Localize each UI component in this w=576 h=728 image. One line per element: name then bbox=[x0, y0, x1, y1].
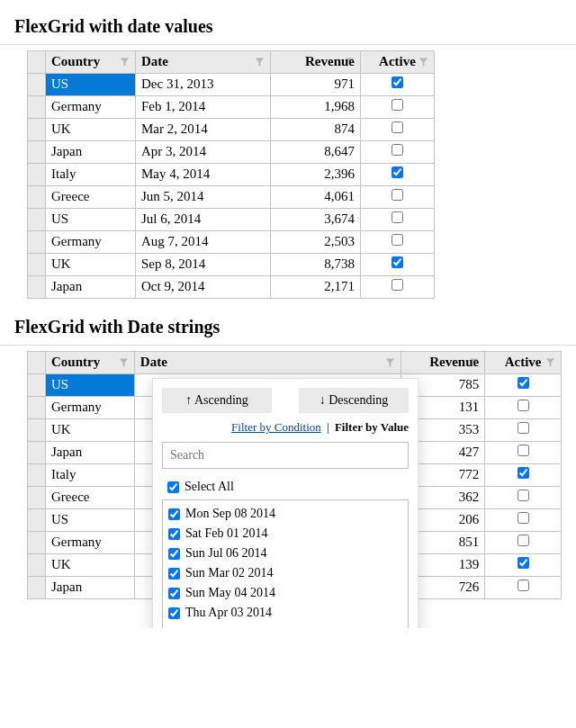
table-row[interactable]: ItalyMay 4, 20142,396 bbox=[28, 164, 435, 186]
cell-country[interactable]: Japan bbox=[46, 276, 136, 299]
active-checkbox[interactable] bbox=[392, 144, 403, 156]
cell-active[interactable] bbox=[485, 464, 562, 487]
cell-active[interactable] bbox=[485, 532, 562, 554]
filter-value-checkbox[interactable] bbox=[168, 528, 180, 540]
cell-country[interactable]: Japan bbox=[46, 141, 136, 164]
cell-country[interactable]: Greece bbox=[46, 186, 136, 209]
active-checkbox[interactable] bbox=[392, 76, 403, 88]
active-checkbox[interactable] bbox=[518, 535, 529, 546]
cell-date[interactable]: Apr 3, 2014 bbox=[136, 141, 271, 164]
active-checkbox[interactable] bbox=[518, 580, 529, 591]
sort-desc-button[interactable]: ↓ Descending bbox=[299, 388, 409, 413]
active-checkbox[interactable] bbox=[392, 99, 403, 111]
row-header[interactable] bbox=[28, 532, 46, 554]
active-checkbox[interactable] bbox=[518, 400, 529, 411]
select-all-label[interactable]: Select All bbox=[167, 480, 403, 494]
filter-by-condition-link[interactable]: Filter by Condition bbox=[231, 420, 321, 434]
cell-date[interactable]: Aug 7, 2014 bbox=[136, 231, 271, 254]
active-checkbox[interactable] bbox=[518, 377, 529, 389]
cell-active[interactable] bbox=[361, 164, 435, 186]
cell-active[interactable] bbox=[485, 442, 562, 464]
cell-revenue[interactable]: 3,674 bbox=[271, 209, 361, 231]
filter-icon[interactable] bbox=[120, 58, 130, 67]
filter-icon[interactable] bbox=[345, 58, 355, 67]
filter-icon[interactable] bbox=[119, 358, 129, 368]
row-header[interactable] bbox=[28, 487, 46, 509]
filter-value-checkbox[interactable] bbox=[168, 508, 180, 520]
cell-revenue[interactable]: 874 bbox=[271, 119, 361, 141]
active-checkbox[interactable] bbox=[518, 445, 529, 456]
row-header[interactable] bbox=[28, 96, 46, 119]
filter-icon[interactable] bbox=[385, 358, 395, 368]
cell-country[interactable]: Japan bbox=[46, 442, 135, 464]
cell-country[interactable]: Italy bbox=[46, 464, 135, 487]
cell-country[interactable]: Germany bbox=[46, 96, 136, 119]
row-header[interactable] bbox=[28, 397, 46, 419]
filter-value-item[interactable]: Sun May 04 2014 bbox=[168, 583, 402, 603]
active-checkbox[interactable] bbox=[392, 121, 403, 133]
filter-icon[interactable] bbox=[255, 58, 265, 67]
cell-country[interactable]: Japan bbox=[46, 577, 135, 599]
cell-country[interactable]: Germany bbox=[46, 532, 135, 554]
cell-active[interactable] bbox=[485, 487, 562, 509]
cell-active[interactable] bbox=[361, 276, 435, 299]
row-header[interactable] bbox=[28, 374, 46, 397]
cell-country[interactable]: US bbox=[46, 74, 136, 96]
cell-date[interactable]: Dec 31, 2013 bbox=[136, 74, 271, 96]
row-header[interactable] bbox=[28, 509, 46, 532]
active-checkbox[interactable] bbox=[518, 422, 529, 434]
cell-country[interactable]: UK bbox=[46, 254, 136, 276]
active-checkbox[interactable] bbox=[518, 467, 529, 479]
cell-active[interactable] bbox=[361, 186, 435, 209]
sort-asc-button[interactable]: ↑ Ascending bbox=[162, 388, 272, 413]
table-row[interactable]: USDec 31, 2013971 bbox=[28, 74, 435, 96]
cell-active[interactable] bbox=[361, 96, 435, 119]
filter-values-list[interactable]: Mon Sep 08 2014Sat Feb 01 2014Sun Jul 06… bbox=[162, 499, 409, 628]
filter-value-item[interactable]: Sun Jul 06 2014 bbox=[168, 544, 402, 563]
table-row[interactable]: GermanyAug 7, 20142,503 bbox=[28, 231, 435, 254]
active-checkbox[interactable] bbox=[392, 189, 403, 201]
filter-value-label[interactable]: Sun May 04 2014 bbox=[168, 586, 402, 600]
filter-value-item[interactable]: Sat Feb 01 2014 bbox=[168, 524, 402, 544]
cell-active[interactable] bbox=[485, 397, 562, 419]
active-checkbox[interactable] bbox=[518, 490, 529, 501]
cell-country[interactable]: Germany bbox=[46, 397, 135, 419]
cell-date[interactable]: May 4, 2014 bbox=[136, 164, 271, 186]
cell-date[interactable]: Mar 2, 2014 bbox=[136, 119, 271, 141]
filter-value-checkbox[interactable] bbox=[168, 607, 180, 619]
grid1-col-active[interactable]: Active bbox=[361, 51, 435, 74]
row-header[interactable] bbox=[28, 119, 46, 141]
filter-icon[interactable] bbox=[469, 358, 479, 368]
row-header[interactable] bbox=[28, 554, 46, 577]
cell-country[interactable]: Greece bbox=[46, 487, 135, 509]
select-all-checkbox[interactable] bbox=[167, 481, 179, 493]
row-header[interactable] bbox=[28, 186, 46, 209]
cell-revenue[interactable]: 2,171 bbox=[271, 276, 361, 299]
grid1-col-date[interactable]: Date bbox=[136, 51, 271, 74]
row-header[interactable] bbox=[28, 464, 46, 487]
cell-country[interactable]: UK bbox=[46, 119, 136, 141]
cell-date[interactable]: Jul 6, 2014 bbox=[136, 209, 271, 231]
active-checkbox[interactable] bbox=[392, 166, 403, 178]
filter-value-label[interactable]: Sun Mar 02 2014 bbox=[168, 566, 402, 580]
cell-active[interactable] bbox=[361, 209, 435, 231]
table-row[interactable]: JapanOct 9, 20142,171 bbox=[28, 276, 435, 299]
grid2-col-date[interactable]: Date bbox=[134, 352, 400, 374]
cell-country[interactable]: UK bbox=[46, 419, 135, 442]
cell-country[interactable]: US bbox=[46, 374, 135, 397]
cell-active[interactable] bbox=[361, 254, 435, 276]
filter-value-label[interactable]: Sun Jul 06 2014 bbox=[168, 546, 402, 561]
cell-active[interactable] bbox=[485, 554, 562, 577]
active-checkbox[interactable] bbox=[392, 211, 403, 223]
grid2-col-active[interactable]: Active bbox=[485, 352, 562, 374]
cell-revenue[interactable]: 2,396 bbox=[271, 164, 361, 186]
row-header[interactable] bbox=[28, 209, 46, 231]
row-header[interactable] bbox=[28, 419, 46, 442]
table-row[interactable]: JapanApr 3, 20148,647 bbox=[28, 141, 435, 164]
cell-active[interactable] bbox=[485, 577, 562, 599]
cell-active[interactable] bbox=[485, 374, 562, 397]
row-header[interactable] bbox=[28, 254, 46, 276]
filter-value-label[interactable]: Mon Sep 08 2014 bbox=[168, 507, 402, 521]
cell-date[interactable]: Oct 9, 2014 bbox=[136, 276, 271, 299]
grid2-col-revenue[interactable]: Revenue bbox=[401, 352, 485, 374]
